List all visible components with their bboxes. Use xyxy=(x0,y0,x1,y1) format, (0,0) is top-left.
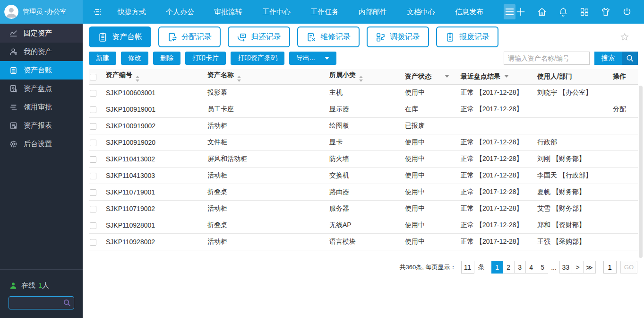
go-button[interactable]: GO xyxy=(620,261,637,274)
select-all-checkbox[interactable] xyxy=(90,74,96,80)
sort-icon[interactable] xyxy=(359,76,363,82)
cell-check: 正常 【2017-12-28】 xyxy=(460,200,536,217)
cell-user: 郑和 【资财部】 xyxy=(536,217,612,233)
row-checkbox[interactable] xyxy=(90,222,96,229)
row-checkbox[interactable] xyxy=(90,106,96,113)
row-checkbox[interactable] xyxy=(90,140,96,146)
cell-category: 无线AP xyxy=(328,217,404,233)
filter-caret-icon[interactable] xyxy=(445,75,449,78)
sidebar-item-资产报表[interactable]: 资产报表 xyxy=(0,116,83,135)
table-row: SJKP110928001折叠桌无线AP使用中正常 【2017-12-28】郑和… xyxy=(89,217,638,233)
shirt-icon[interactable] xyxy=(601,7,611,17)
row-checkbox[interactable] xyxy=(90,123,96,130)
row-checkbox[interactable] xyxy=(90,239,96,246)
column-header-asset-name[interactable]: 资产名称 xyxy=(206,69,328,84)
page-button-2[interactable]: 2 xyxy=(503,261,515,274)
cell-status: 使用中 xyxy=(404,150,460,167)
page-button-≫[interactable]: ≫ xyxy=(583,261,596,274)
row-checkbox[interactable] xyxy=(90,189,96,196)
page-button-4[interactable]: 4 xyxy=(525,261,537,274)
page-button-5[interactable]: 5 xyxy=(537,261,549,274)
report-icon xyxy=(9,122,17,130)
grid-icon[interactable] xyxy=(579,7,590,17)
sort-icon[interactable] xyxy=(136,76,139,82)
sort-icon[interactable] xyxy=(237,76,241,82)
tab-维修记录[interactable]: 维修记录 xyxy=(297,26,360,47)
plus-icon[interactable] xyxy=(515,7,526,17)
sidebar-item-我的资产[interactable]: 我的资产 xyxy=(0,43,83,61)
home-icon[interactable] xyxy=(537,7,547,17)
page-button-33[interactable]: 33 xyxy=(559,261,573,274)
search-button[interactable]: 搜索 xyxy=(594,52,622,65)
tab-repair-icon xyxy=(306,32,316,42)
filter-caret-icon[interactable] xyxy=(504,75,509,78)
row-checkbox[interactable] xyxy=(90,90,96,97)
bell-icon[interactable] xyxy=(558,7,568,17)
sidebar-item-领用审批[interactable]: 领用审批 xyxy=(0,98,83,116)
user-menu[interactable]: 管理员 -办公室 xyxy=(0,0,83,24)
column-header-check-result[interactable]: 最近盘点结果 xyxy=(460,69,536,84)
page-size-input[interactable] xyxy=(461,261,474,274)
page-button->[interactable]: > xyxy=(572,261,584,274)
row-checkbox[interactable] xyxy=(90,156,96,163)
column-header-asset-id[interactable]: 资产编号 xyxy=(105,69,206,84)
table-scrollbar[interactable] xyxy=(639,86,643,258)
page-button-3[interactable]: 3 xyxy=(514,261,526,274)
nav-item-快捷方式[interactable]: 快捷方式 xyxy=(108,0,156,24)
toolbar-button-删除[interactable]: 删除 xyxy=(153,52,180,65)
sidebar-item-固定资产[interactable]: 固定资产 xyxy=(0,24,83,43)
nav-item-个人办公[interactable]: 个人办公 xyxy=(156,0,204,24)
sidebar-search-icon[interactable] xyxy=(63,299,71,307)
tab-归还记录[interactable]: 归还记录 xyxy=(228,26,290,47)
toolbar-button-新建[interactable]: 新建 xyxy=(89,52,116,65)
export-button[interactable]: 导出... xyxy=(289,52,336,65)
row-checkbox[interactable] xyxy=(90,206,96,212)
favorite-star-icon[interactable] xyxy=(620,32,629,42)
toolbar-button-修改[interactable]: 修改 xyxy=(121,52,148,65)
cell-status: 使用中 xyxy=(404,200,460,217)
power-icon[interactable] xyxy=(622,7,632,17)
sidebar-item-资产盘点[interactable]: 资产盘点 xyxy=(0,80,83,98)
search-icon-button[interactable] xyxy=(622,52,638,65)
cell-check: 正常 【2017-12-28】 xyxy=(460,184,536,200)
tab-label: 调拨记录 xyxy=(390,32,420,42)
sidebar-item-后台设置[interactable]: 后台设置 xyxy=(0,135,83,153)
row-checkbox[interactable] xyxy=(90,173,96,179)
tab-调拨记录[interactable]: 调拨记录 xyxy=(367,26,429,47)
nav-item-内部邮件[interactable]: 内部邮件 xyxy=(349,0,397,24)
nav-item-信息发布[interactable]: 信息发布 xyxy=(445,0,493,24)
cell-category: 防火墙 xyxy=(328,150,404,167)
cell-check: 正常 【2017-12-28】 xyxy=(460,167,536,184)
sidebar-item-label: 资产报表 xyxy=(24,121,52,130)
hamburger-menu-icon[interactable] xyxy=(504,4,515,19)
cell-user: 艾雪 【财务部】 xyxy=(536,200,612,217)
column-header-category[interactable]: 所属小类 xyxy=(328,69,404,84)
nav-item-工作任务[interactable]: 工作任务 xyxy=(301,0,349,24)
gear-icon xyxy=(9,140,17,148)
cell-name: 活动柜 xyxy=(206,167,328,184)
nav-item-工作中心[interactable]: 工作中心 xyxy=(252,0,301,24)
nav-item-文档中心[interactable]: 文档中心 xyxy=(397,0,445,24)
tab-报废记录[interactable]: 报废记录 xyxy=(436,26,498,47)
tab-label: 报废记录 xyxy=(459,32,489,42)
column-header-status[interactable]: 资产状态 xyxy=(404,69,460,84)
export-label: 导出... xyxy=(296,54,315,62)
cell-user: 刘刚 【财务部】 xyxy=(536,150,612,167)
nav-list-icon[interactable] xyxy=(92,6,102,18)
cell-name: 折叠桌 xyxy=(206,217,328,233)
page-button-1[interactable]: 1 xyxy=(491,261,503,274)
topbar: 管理员 -办公室 快捷方式个人办公审批流转工作中心工作任务内部邮件文档中心信息发… xyxy=(0,0,644,24)
toolbar-button-打印卡片[interactable]: 打印卡片 xyxy=(185,52,226,65)
tab-资产台帐[interactable]: 资产台帐 xyxy=(89,26,151,47)
goto-page-input[interactable] xyxy=(603,261,617,274)
asset-search-input[interactable] xyxy=(504,52,590,65)
cell-action[interactable]: 分配 xyxy=(612,101,638,117)
sidebar-bottom: 在线 1人 xyxy=(0,269,83,318)
table-header-row: 资产编号 资产名称 所属小类 资产状态 最近盘点结果 使用人/部门 操作 xyxy=(89,69,638,84)
toolbar-button-打印资产条码[interactable]: 打印资产条码 xyxy=(231,52,284,65)
nav-item-审批流转[interactable]: 审批流转 xyxy=(204,0,252,24)
cell-user: 行政部 xyxy=(536,134,612,150)
table-search: 搜索 xyxy=(504,52,638,65)
sidebar-item-资产台账[interactable]: 资产台账 xyxy=(0,61,83,80)
tab-分配记录[interactable]: 分配记录 xyxy=(158,26,221,47)
